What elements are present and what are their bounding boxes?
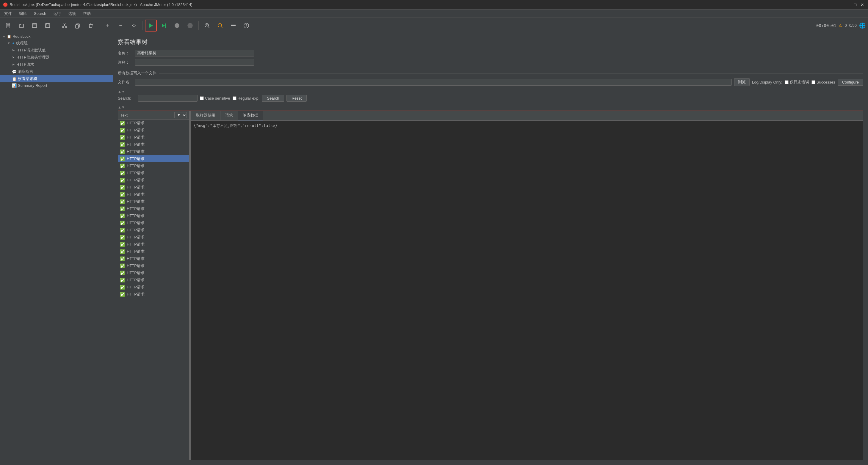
error-check-label[interactable]: 仅日志错误	[785, 79, 809, 85]
search-input[interactable]	[138, 95, 197, 102]
options-button[interactable]	[227, 20, 239, 32]
file-input[interactable]	[135, 79, 732, 86]
list-item[interactable]: ✅HTTP请求	[118, 227, 189, 234]
menu-search[interactable]: Search	[31, 11, 49, 16]
name-input[interactable]	[135, 49, 254, 57]
list-item[interactable]: ✅HTTP请求	[118, 120, 189, 127]
sidebar-item-label: RedisLock	[12, 34, 31, 39]
response-text: {"msg":"库存不足,熔断","result":false}	[194, 123, 278, 128]
menu-edit[interactable]: 编辑	[16, 10, 30, 17]
svg-text:?: ?	[245, 24, 247, 28]
list-item[interactable]: ✅HTTP请求	[118, 205, 189, 212]
svg-rect-6	[33, 26, 36, 27]
menu-run[interactable]: 运行	[50, 10, 64, 17]
list-item[interactable]: ✅HTTP请求	[118, 269, 189, 276]
list-item[interactable]: ✅HTTP请求	[118, 284, 189, 291]
title-controls[interactable]: — □ ✕	[845, 2, 865, 7]
list-item[interactable]: ✅HTTP请求	[118, 198, 189, 205]
error-count: 0/50	[849, 23, 857, 28]
menu-options[interactable]: 选项	[65, 10, 79, 17]
list-item[interactable]: ✅HTTP请求	[118, 248, 189, 255]
regular-exp-checkbox[interactable]	[232, 96, 237, 100]
browse-button[interactable]: 浏览	[734, 78, 750, 86]
toggle-button[interactable]	[128, 20, 140, 32]
success-icon: ✅	[120, 263, 125, 268]
comment-input[interactable]	[135, 59, 254, 66]
list-item[interactable]: ✅HTTP请求	[118, 155, 189, 162]
remove-button[interactable]: −	[115, 20, 127, 32]
tab-request[interactable]: 请求	[220, 111, 238, 121]
item-label: HTTP请求	[127, 185, 145, 190]
sidebar-item-redislock[interactable]: ▼ 📋 RedisLock	[0, 33, 113, 39]
search-clear-button[interactable]	[201, 20, 213, 32]
list-item[interactable]: ✅HTTP请求	[118, 191, 189, 198]
maximize-button[interactable]: □	[852, 2, 858, 7]
list-item[interactable]: ✅HTTP请求	[118, 141, 189, 148]
copy-button[interactable]	[72, 20, 84, 32]
save-button[interactable]	[42, 20, 54, 32]
menu-file[interactable]: 文件	[1, 10, 15, 17]
name-label: 名称：	[118, 51, 133, 56]
list-filter-select[interactable]: ▼	[174, 112, 187, 118]
svg-point-18	[175, 23, 179, 28]
cut-button[interactable]	[59, 20, 70, 32]
help-button[interactable]: ?	[240, 20, 252, 32]
list-item[interactable]: ✅HTTP请求	[118, 262, 189, 269]
success-check-label[interactable]: Successes	[811, 80, 835, 85]
start-no-pause-button[interactable]	[158, 20, 170, 32]
case-sensitive-checkbox[interactable]	[200, 96, 204, 100]
list-item[interactable]: ✅HTTP请求	[118, 176, 189, 184]
assertion-icon: 💬	[12, 70, 17, 74]
open-button[interactable]	[16, 20, 27, 32]
tab-response[interactable]: 响应数据	[238, 111, 263, 121]
list-item[interactable]: ✅HTTP请求	[118, 169, 189, 176]
sidebar-item-http-request[interactable]: ✂ HTTP请求	[0, 61, 113, 68]
collapse-row1[interactable]: ▲▼	[118, 90, 863, 94]
list-item[interactable]: ✅HTTP请求	[118, 134, 189, 141]
sidebar-item-http-default[interactable]: ✂ HTTP请求默认值	[0, 47, 113, 54]
delete-button[interactable]	[85, 20, 97, 32]
list-item[interactable]: ✅HTTP请求	[118, 234, 189, 241]
list-item[interactable]: ✅HTTP请求	[118, 291, 189, 298]
save-template-button[interactable]	[29, 20, 40, 32]
configure-button[interactable]: Configure	[838, 79, 863, 86]
new-button[interactable]	[2, 20, 14, 32]
pause-button[interactable]	[171, 20, 183, 32]
minimize-button[interactable]: —	[845, 2, 851, 7]
regular-exp-label[interactable]: Regular exp.	[232, 96, 260, 100]
app-icon: 🔴	[3, 2, 8, 7]
sidebar-item-response-assertion[interactable]: 💬 响应断言	[0, 68, 113, 75]
sidebar-item-summary-report[interactable]: 📊 Summary Report	[0, 82, 113, 89]
sidebar-item-result-tree[interactable]: 📋 察看结果树	[0, 75, 113, 82]
list-item[interactable]: ✅HTTP请求	[118, 241, 189, 248]
list-item[interactable]: ✅HTTP请求	[118, 184, 189, 191]
list-item[interactable]: ✅HTTP请求	[118, 212, 189, 220]
list-item[interactable]: ✅HTTP请求	[118, 148, 189, 155]
item-label: HTTP请求	[127, 220, 145, 226]
collapse-row2[interactable]: ▲▼	[118, 105, 863, 109]
list-item[interactable]: ✅HTTP请求	[118, 255, 189, 262]
case-sensitive-label[interactable]: Case sensitive	[200, 96, 230, 100]
list-item[interactable]: ✅HTTP请求	[118, 276, 189, 284]
toolbar: + − ? 00:00:01 ⚠ 0 0/50 🌐	[0, 18, 868, 33]
list-item[interactable]: ✅HTTP请求	[118, 162, 189, 169]
search-add-button[interactable]	[214, 20, 226, 32]
sidebar-item-thread-group[interactable]: ▼ ✦ 线程组	[0, 39, 113, 47]
success-checkbox[interactable]	[811, 80, 815, 84]
add-button[interactable]: +	[102, 20, 114, 32]
search-button[interactable]: Search	[262, 95, 284, 102]
stop-button[interactable]	[184, 20, 196, 32]
reset-button[interactable]: Reset	[286, 95, 307, 102]
list-item[interactable]: ✅HTTP请求	[118, 127, 189, 134]
log-display-label: Log/Display Only:	[752, 80, 782, 85]
menu-help[interactable]: 帮助	[80, 10, 94, 17]
item-label: HTTP请求	[127, 142, 145, 147]
item-label: HTTP请求	[127, 128, 145, 133]
error-checkbox[interactable]	[785, 80, 788, 84]
sidebar-item-label: 察看结果树	[18, 76, 37, 81]
start-button[interactable]	[145, 20, 157, 32]
sidebar-item-http-header[interactable]: ✂ HTTP信息头管理器	[0, 54, 113, 61]
close-button[interactable]: ✕	[860, 2, 865, 7]
list-item[interactable]: ✅HTTP请求	[118, 220, 189, 227]
tab-sampler[interactable]: 取样器结果	[191, 111, 220, 121]
